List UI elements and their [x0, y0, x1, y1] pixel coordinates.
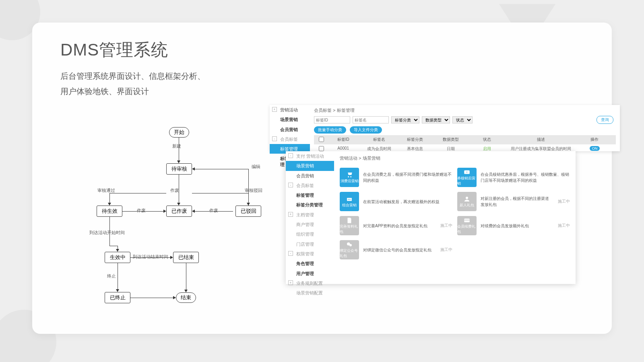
user-icon: 新人礼包 [457, 192, 477, 211]
presentation-card: DMS管理系统 后台管理系统界面设计、信息框架分析、 用户体验地铁、界面设计 开… [32, 23, 612, 334]
app-scene-marketing: -支付 营销活动 场景营销 会员营销 -会员标签 标签管理 标签分类管理 +主档… [286, 151, 576, 284]
lbl-reject: 审核驳回 [245, 187, 262, 193]
card-newuser-desc: 对新注册的会员，根据不同的注册渠道发放礼包 [481, 195, 551, 208]
filter-tag-id[interactable] [314, 116, 350, 123]
collapse-icon[interactable]: - [272, 136, 277, 141]
side2-org[interactable]: 组织管理 [286, 229, 334, 239]
expand-icon[interactable]: + [272, 107, 277, 112]
side2-tag-cat[interactable]: 标签分类管理 [286, 200, 334, 210]
node-rejected: 已驳回 [235, 206, 261, 217]
card-icon-2: 会员续费礼包 [457, 216, 477, 235]
batch-classify-button[interactable]: 批量手动分类 [314, 126, 346, 134]
collapse-icon[interactable]: - [288, 183, 293, 187]
query-button[interactable]: 查询 [597, 116, 613, 124]
card-profile[interactable]: 完善资料礼包 对完善APP资料的会员发放指定礼包 施工中 [340, 216, 452, 235]
coupon-icon: ¥券核销后营销 [457, 168, 477, 187]
sale-icon: SALE组合营销 [340, 192, 359, 211]
lbl-reach-start: 到达活动开始时间 [89, 230, 125, 236]
lbl-stop: 终止 [107, 273, 116, 279]
row-checkbox[interactable] [319, 146, 324, 151]
card-wechat[interactable]: 绑定公众号礼包 对绑定微信公众号的会员发放指定礼包 施工中 [340, 240, 452, 259]
side2-role[interactable]: 角色管理 [286, 259, 334, 268]
page-title: DMS管理系统 [60, 39, 584, 61]
content-1: 会员标签 > 标签管理 标签分类 数据类型 状态 查询 批量手动分类 导入文件分… [310, 105, 620, 156]
side2-store[interactable]: 门店管理 [286, 239, 334, 249]
wechat-icon: 绑定公众号礼包 [340, 240, 359, 259]
lbl-void1: 作废 [170, 187, 179, 193]
breadcrumb-2: 营销活动 > 场景营销 [340, 155, 570, 161]
card-consume-desc: 在会员消费之后，根据不同消费门槛和场景赠送不同的权益 [363, 171, 452, 183]
side2-member[interactable]: 会员营销 [286, 171, 334, 181]
page-subtitle: 后台管理系统界面设计、信息框架分析、 用户体验地铁、界面设计 [60, 68, 584, 99]
scene-grid: 消费后营销 在会员消费之后，根据不同消费门槛和场景赠送不同的权益 ¥券核销后营销… [340, 168, 570, 259]
card-coupon[interactable]: ¥券核销后营销 在会员核销优惠券后，根据券号、核销数量、核销门店等不同场景赠送不… [457, 168, 570, 187]
import-file-button[interactable]: 导入文件分类 [350, 126, 382, 134]
side1-member[interactable]: 会员营销 [270, 125, 310, 134]
side2-scene-config[interactable]: 场景营销配置 [286, 288, 334, 298]
toggle-on[interactable]: ON [590, 146, 600, 151]
tag-wip: 施工中 [440, 223, 452, 228]
svg-text:¥: ¥ [466, 171, 468, 173]
filter-tag-name[interactable] [353, 116, 389, 123]
th-name: 标签名 [361, 137, 397, 143]
card-wechat-desc: 对绑定微信公众号的会员发放指定礼包 [363, 247, 434, 253]
lbl-edit: 编辑 [252, 164, 260, 170]
sidebar-2: -支付 营销活动 场景营销 会员营销 -会员标签 标签管理 标签分类管理 +主档… [286, 151, 334, 298]
th-ops: 操作 [577, 137, 613, 143]
side2-member-tag[interactable]: -会员标签 [286, 181, 334, 190]
card-renew[interactable]: 会员续费礼包 对续费的会员发放额外礼包 施工中 [457, 216, 570, 235]
th-status: 状态 [469, 137, 505, 143]
breadcrumb-1: 会员标签 > 标签管理 [314, 107, 616, 113]
th-id: 标签ID [325, 137, 361, 143]
side2-tag-manage[interactable]: 标签管理 [286, 190, 334, 200]
side2-merchant[interactable]: 商户管理 [286, 220, 334, 229]
lbl-new: 新建 [172, 143, 181, 149]
tag-wip: 施工中 [440, 247, 452, 253]
content-2: 营销活动 > 场景营销 消费后营销 在会员消费之后，根据不同消费门槛和场景赠送不… [334, 151, 576, 263]
side2-archive[interactable]: +主档管理 [286, 210, 334, 220]
side2-pay[interactable]: -支付 营销活动 [286, 151, 334, 161]
select-all-checkbox[interactable] [319, 137, 324, 142]
svg-rect-6 [464, 220, 470, 221]
node-active: 生效中 [105, 252, 130, 263]
card-coupon-desc: 在会员核销优惠券后，根据券号、核销数量、核销门店等不同场景赠送不同的权益 [481, 171, 570, 183]
card-consume[interactable]: 消费后营销 在会员消费之后，根据不同消费门槛和场景赠送不同的权益 [340, 168, 452, 187]
action-buttons: 批量手动分类 导入文件分类 [314, 126, 616, 134]
collapse-icon[interactable]: - [288, 153, 293, 158]
lbl-void-b: 作废 [209, 208, 218, 214]
card-combo[interactable]: SALE组合营销 在前置活动被触发后，再次赠送额外的权益 [340, 192, 452, 211]
side1-marketing[interactable]: +营销活动 [270, 105, 310, 115]
filter-status[interactable]: 状态 [452, 116, 473, 123]
app-tag-management: +营销活动 场景营销 会员营销 -会员标签 标签管理 标签分类管理 会员标签 >… [270, 105, 620, 151]
card-renew-desc: 对续费的会员发放额外礼包 [481, 223, 551, 229]
node-pending-review: 待审核 [166, 163, 192, 175]
node-pending-effect: 待生效 [97, 206, 122, 217]
cart-icon: 消费后营销 [340, 168, 359, 187]
collapse-icon[interactable]: - [288, 251, 293, 256]
side1-member-tag[interactable]: -会员标签 [270, 134, 310, 144]
node-terminated: 已终止 [105, 292, 130, 303]
side1-scene[interactable]: 场景营销 [270, 115, 310, 124]
tag-wip: 施工中 [558, 223, 570, 228]
side2-auth[interactable]: -权限管理 [286, 249, 334, 259]
node-start: 开始 [169, 127, 189, 138]
filter-data-type[interactable]: 数据类型 [422, 116, 450, 123]
table-header: 标签ID 标签名 标签分类 数据类型 状态 描述 操作 [314, 135, 616, 144]
expand-icon[interactable]: + [288, 212, 293, 217]
tag-wip: 施工中 [558, 199, 570, 204]
side2-user[interactable]: 用户管理 [286, 269, 334, 278]
side2-scene[interactable]: 场景营销 [286, 161, 334, 171]
th-cat: 标签分类 [397, 137, 433, 143]
side2-bizrule[interactable]: +业务规则配置 [286, 278, 334, 288]
expand-icon[interactable]: + [288, 280, 293, 285]
subtitle-line-2: 用户体验地铁、界面设计 [60, 84, 584, 99]
th-desc: 描述 [505, 137, 577, 143]
lbl-pass: 审核通过 [97, 187, 115, 193]
node-end: 结束 [176, 292, 196, 303]
doc-icon: 完善资料礼包 [340, 216, 359, 235]
card-combo-desc: 在前置活动被触发后，再次赠送额外的权益 [363, 199, 452, 205]
th-type: 数据类型 [433, 137, 469, 143]
card-newuser[interactable]: 新人礼包 对新注册的会员，根据不同的注册渠道发放礼包 施工中 [457, 192, 570, 211]
filter-tag-cat[interactable]: 标签分类 [391, 116, 419, 123]
lbl-reach-end: 到达活动结束时间 [133, 254, 168, 260]
